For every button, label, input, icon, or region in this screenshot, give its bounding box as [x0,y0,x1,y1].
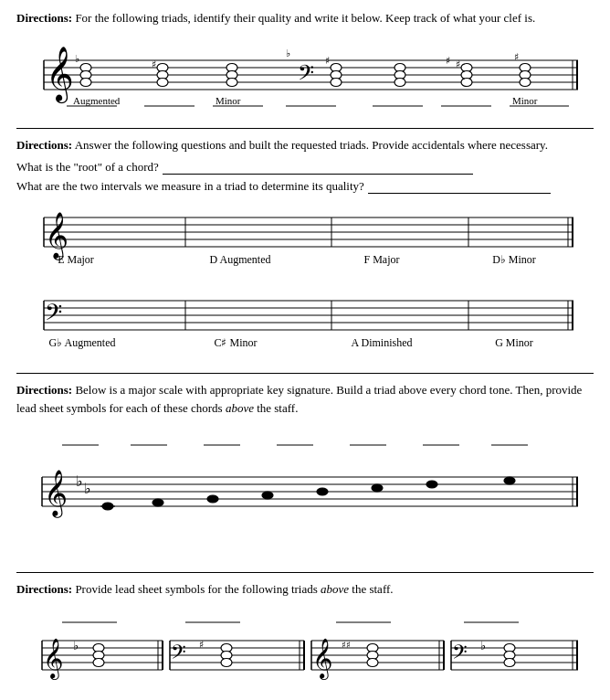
section4-staffs: 𝄞 ♭ 𝄢 ♯ [16,604,594,701]
treble-staff-svg: 𝄞 E Major D Augmented F Major D♭ Minor [16,199,594,277]
svg-point-28 [394,78,405,86]
svg-point-37 [520,78,531,86]
dir4-end: the staff. [349,582,394,596]
section4-directions: Directions: Provide lead sheet symbols f… [16,580,594,599]
svg-point-151 [504,658,515,666]
dir4-text: Provide lead sheet symbols for the follo… [72,582,321,596]
divider2 [16,373,594,374]
svg-text:♭: ♭ [76,473,83,489]
svg-text:♯: ♯ [152,58,156,69]
section2-directions: Directions: Answer the following questio… [16,136,594,154]
bass-staff-svg: 𝄢 G♭ Augmented C♯ Minor A Diminished G M… [16,282,594,360]
answer-minor1: Minor [216,95,241,106]
svg-point-25 [331,78,342,86]
svg-text:𝄞: 𝄞 [46,47,74,104]
svg-text:𝄢: 𝄢 [171,642,186,668]
label-adim: A Diminished [351,336,412,349]
svg-text:♭: ♭ [84,481,91,496]
label-gbaug: G♭ Augmented [49,336,116,349]
question2: What are the two intervals we measure in… [16,178,594,194]
label-fmajor: F Major [364,253,400,266]
svg-point-89 [152,499,163,506]
staff1-svg: 𝄞 ♭ ♯ ♭ 𝄢 ♯ [16,33,594,115]
svg-text:♭: ♭ [480,639,486,652]
svg-point-90 [207,495,218,503]
svg-text:♭: ♭ [73,639,79,652]
dir3-end: the staff. [254,401,299,415]
svg-text:♯: ♯ [446,55,450,66]
label-gminor: G Minor [495,336,533,349]
section1-directions: Directions: For the following triads, id… [16,9,594,27]
svg-text:𝄢: 𝄢 [45,300,62,330]
svg-point-91 [262,492,273,499]
svg-point-12 [80,78,91,86]
q1-answer[interactable] [163,159,473,175]
svg-point-16 [157,78,168,86]
dir4-italic: above [321,582,349,596]
bass-staff: 𝄢 G♭ Augmented C♯ Minor A Diminished G M… [16,282,594,364]
q1-label: What is the "root" of a chord? [16,160,159,175]
treble-staff: 𝄞 E Major D Augmented F Major D♭ Minor [16,199,594,281]
q2-label: What are the two intervals we measure in… [16,179,364,194]
label-dbminor: D♭ Minor [492,253,536,266]
section3: Directions: Below is a major scale with … [16,381,594,563]
dir2-bold: Directions: [16,138,72,152]
divider1 [16,128,594,129]
dir1-bold: Directions: [16,11,72,25]
svg-point-125 [221,658,232,666]
section4: Directions: Provide lead sheet symbols f… [16,580,594,700]
svg-point-112 [93,658,104,666]
label-daug: D Augmented [210,253,271,266]
q2-answer[interactable] [368,178,551,194]
svg-point-92 [317,488,328,495]
section3-directions: Directions: Below is a major scale with … [16,381,594,417]
svg-text:♯♯: ♯♯ [342,640,351,650]
label-emajor: E Major [58,253,94,266]
svg-point-94 [426,481,437,488]
svg-text:♯: ♯ [199,639,204,650]
answer-augmented: Augmented [73,95,121,106]
section2: Directions: Answer the following questio… [16,136,594,365]
svg-point-93 [372,484,383,492]
divider3 [16,572,594,573]
dir4-bold: Directions: [16,582,72,596]
svg-point-95 [504,477,515,484]
question1: What is the "root" of a chord? [16,159,594,175]
svg-text:♯: ♯ [456,58,460,69]
section3-svg: 𝄞 ♭ ♭ [16,422,594,559]
svg-point-33 [461,78,472,86]
section1-staff: 𝄞 ♭ ♯ ♭ 𝄢 ♯ [16,33,594,119]
dir2-text: Answer the following questions and built… [72,138,548,152]
svg-text:𝄞: 𝄞 [44,470,68,518]
label-csminor: C♯ Minor [214,336,257,349]
svg-text:♭: ♭ [286,48,290,58]
dir1-text: For the following triads, identify their… [72,11,535,25]
dir3-bold: Directions: [16,383,72,397]
answer-minor2: Minor [512,95,538,106]
svg-text:𝄞: 𝄞 [312,638,332,681]
svg-text:♯: ♯ [514,51,519,62]
svg-text:𝄢: 𝄢 [452,642,468,668]
section4-svg: 𝄞 ♭ 𝄢 ♯ [16,604,594,701]
svg-point-19 [226,78,237,86]
svg-point-138 [367,658,378,666]
svg-text:𝄢: 𝄢 [298,61,314,90]
dir3-text: Below is a major scale with appropriate … [16,383,582,415]
section1: Directions: For the following triads, id… [16,9,594,119]
svg-text:𝄞: 𝄞 [43,638,63,681]
section3-staff: 𝄞 ♭ ♭ [16,422,594,563]
svg-text:♯: ♯ [325,55,330,66]
dir3-italic: above [226,401,254,415]
svg-text:♭: ♭ [75,53,79,64]
